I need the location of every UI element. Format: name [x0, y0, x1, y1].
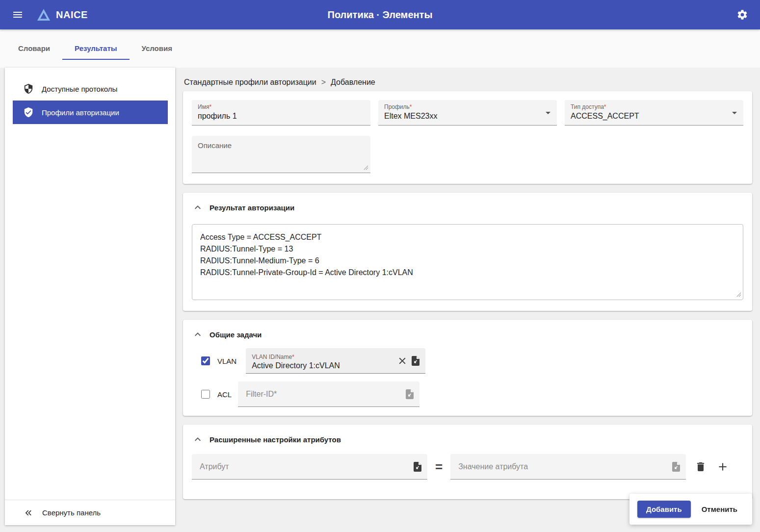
name-field[interactable]: Имя* — [192, 100, 370, 126]
breadcrumb-current: Добавление — [331, 78, 375, 87]
menu-icon[interactable] — [10, 7, 26, 23]
vlan-checkbox-label: VLAN — [217, 357, 236, 365]
attribute-field[interactable] — [192, 454, 427, 480]
brand-name: NAICE — [56, 9, 88, 21]
access-type-select[interactable]: Тип доступа* ACCESS_ACCEPT — [565, 100, 743, 126]
advanced-attributes-title: Расширенные настройки атрибутов — [210, 435, 341, 444]
common-tasks-title: Общие задачи — [210, 330, 262, 339]
collapse-panel-button[interactable]: Свернуть панель — [5, 500, 175, 525]
cancel-button[interactable]: Отменить — [695, 501, 744, 518]
common-tasks-card: Общие задачи VLAN VLAN ID/Name* Active D… — [183, 320, 752, 416]
shield-half-icon — [23, 83, 34, 94]
main-content: Стандартные профили авторизации > Добавл… — [175, 68, 760, 532]
sidebar-item-available-protocols[interactable]: Доступные протоколы — [13, 77, 168, 101]
add-button[interactable]: Добавить — [637, 501, 691, 518]
auth-result-card: Результат авторизации Access Type = ACCE… — [183, 193, 752, 311]
paste-from-dictionary-icon-disabled[interactable] — [669, 460, 683, 474]
collapse-section-icon[interactable] — [192, 202, 204, 213]
dropdown-arrow-icon — [546, 112, 550, 114]
paste-from-dictionary-icon-disabled[interactable] — [403, 387, 417, 401]
vlan-id-field-value: Active Directory 1:cVLAN — [252, 360, 396, 370]
required-asterisk: * — [209, 103, 211, 110]
delete-row-icon[interactable] — [694, 460, 708, 474]
double-chevron-left-icon — [23, 507, 34, 518]
page-title: Политика · Элементы — [328, 9, 433, 21]
description-textarea[interactable] — [192, 136, 370, 173]
tab-results[interactable]: Результаты — [62, 36, 129, 60]
attribute-row: = — [192, 454, 743, 490]
sidebar: Доступные протоколы Профили авторизации … — [5, 68, 175, 525]
attribute-input[interactable] — [194, 462, 411, 471]
profile-select-value: Eltex MES23xx — [384, 110, 542, 121]
acl-checkbox-label: ACL — [217, 390, 232, 399]
name-field-label: Имя* — [198, 103, 365, 110]
vlan-id-field[interactable]: VLAN ID/Name* Active Directory 1:cVLAN — [246, 348, 425, 374]
shield-check-icon — [23, 107, 34, 118]
paste-from-dictionary-icon[interactable] — [409, 354, 422, 368]
brand: NAICE — [36, 7, 88, 22]
auth-result-title: Результат авторизации — [210, 203, 294, 212]
gear-icon[interactable] — [734, 7, 750, 23]
breadcrumb-separator: > — [321, 78, 326, 87]
clear-icon[interactable] — [396, 355, 409, 367]
required-asterisk: * — [410, 103, 412, 110]
tab-bar: Словари Результаты Условия — [0, 29, 760, 68]
profile-select[interactable]: Профиль* Eltex MES23xx — [378, 100, 557, 126]
tab-conditions[interactable]: Условия — [130, 36, 184, 60]
vlan-id-field-label: VLAN ID/Name* — [252, 354, 396, 360]
collapse-section-icon[interactable] — [192, 433, 204, 445]
breadcrumb: Стандартные профили авторизации > Добавл… — [183, 74, 752, 91]
equals-sign: = — [435, 459, 443, 475]
form-action-bar: Добавить Отменить — [629, 494, 752, 525]
app-bar: NAICE Политика · Элементы — [0, 0, 760, 29]
sidebar-item-authorization-profiles[interactable]: Профили авторизации — [13, 101, 168, 124]
advanced-attributes-card: Расширенные настройки атрибутов = — [183, 425, 752, 499]
collapse-panel-label: Свернуть панель — [42, 508, 101, 517]
general-info-card: Имя* Профиль* Eltex MES23xx Тип доступа*… — [183, 91, 752, 184]
auth-result-textarea[interactable]: Access Type = ACCESS_ACCEPT RADIUS:Tunne… — [192, 224, 743, 300]
collapse-section-icon[interactable] — [192, 329, 204, 340]
access-type-select-value: ACCESS_ACCEPT — [571, 110, 729, 121]
sidebar-item-label: Профили авторизации — [42, 108, 119, 117]
required-asterisk: * — [292, 354, 294, 360]
sidebar-item-label: Доступные протоколы — [42, 85, 117, 93]
attribute-value-field[interactable] — [450, 454, 686, 480]
naice-logo-icon — [36, 7, 51, 22]
acl-row: ACL — [192, 381, 743, 407]
acl-checkbox[interactable] — [201, 390, 210, 399]
name-input[interactable] — [198, 110, 356, 121]
paste-from-dictionary-icon[interactable] — [411, 460, 424, 474]
tab-dictionaries[interactable]: Словари — [6, 36, 62, 60]
required-asterisk: * — [604, 103, 606, 110]
dropdown-arrow-icon — [732, 112, 737, 114]
filter-id-field[interactable] — [238, 381, 419, 407]
profile-select-label: Профиль* — [384, 103, 551, 110]
filter-id-input[interactable] — [240, 390, 403, 399]
breadcrumb-parent[interactable]: Стандартные профили авторизации — [184, 78, 316, 87]
add-row-icon[interactable] — [715, 459, 730, 474]
access-type-select-label: Тип доступа* — [571, 103, 737, 110]
vlan-id-field-text: VLAN ID/Name* Active Directory 1:cVLAN — [252, 351, 396, 370]
vlan-row: VLAN VLAN ID/Name* Active Directory 1:cV… — [192, 348, 743, 374]
attribute-value-input[interactable] — [452, 462, 669, 471]
vlan-checkbox[interactable] — [201, 356, 210, 365]
